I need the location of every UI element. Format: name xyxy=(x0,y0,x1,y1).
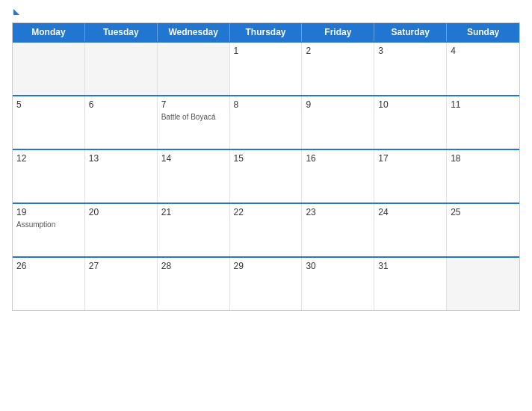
cal-cell: 21 xyxy=(158,204,230,256)
cal-cell xyxy=(158,43,230,95)
cal-cell: 28 xyxy=(158,258,230,310)
cal-cell: 30 xyxy=(302,258,374,310)
cal-cell: 14 xyxy=(158,150,230,203)
day-number: 6 xyxy=(89,99,153,110)
day-number: 3 xyxy=(378,46,442,56)
week-row-3: 12131415161718 xyxy=(13,149,519,203)
day-number: 23 xyxy=(306,207,370,217)
cal-cell: 9 xyxy=(302,96,374,149)
cal-cell: 16 xyxy=(302,150,374,203)
header-day-tuesday: Tuesday xyxy=(85,23,158,41)
holiday-label: Assumption xyxy=(16,220,55,229)
cal-cell xyxy=(85,43,158,95)
cal-cell: 20 xyxy=(85,204,158,256)
day-number: 10 xyxy=(378,99,442,110)
day-number: 17 xyxy=(378,153,442,164)
cal-cell: 19Assumption xyxy=(13,204,85,256)
cal-cell: 4 xyxy=(447,43,519,95)
day-number: 26 xyxy=(16,261,81,271)
cal-cell: 7Battle of Boyacá xyxy=(158,96,230,149)
header-day-sunday: Sunday xyxy=(447,23,519,41)
day-number: 19 xyxy=(16,207,81,217)
cal-cell: 10 xyxy=(374,96,447,149)
day-number: 13 xyxy=(89,153,153,164)
day-number: 18 xyxy=(451,153,516,164)
cal-cell: 18 xyxy=(447,150,519,203)
cal-cell: 29 xyxy=(230,258,303,310)
day-number: 22 xyxy=(234,207,298,217)
day-number: 20 xyxy=(89,207,153,217)
day-number: 16 xyxy=(306,153,370,164)
cal-cell: 15 xyxy=(230,150,303,203)
day-number: 15 xyxy=(234,153,298,164)
cal-cell xyxy=(13,43,85,95)
week-row-1: 1234 xyxy=(13,41,519,95)
day-number: 27 xyxy=(89,261,153,271)
cal-cell: 22 xyxy=(230,204,303,256)
week-row-2: 567Battle of Boyacá891011 xyxy=(13,95,519,149)
holiday-label: Battle of Boyacá xyxy=(161,113,216,121)
cal-cell: 6 xyxy=(85,96,158,149)
day-number: 30 xyxy=(306,261,370,271)
day-number: 28 xyxy=(161,261,226,271)
calendar-page: MondayTuesdayWednesdayThursdayFridaySatu… xyxy=(0,0,532,411)
day-number: 29 xyxy=(234,261,298,271)
header-day-monday: Monday xyxy=(13,23,85,41)
cal-cell: 26 xyxy=(13,258,85,310)
cal-cell xyxy=(447,258,519,310)
cal-cell: 5 xyxy=(13,96,85,149)
day-number: 9 xyxy=(306,99,370,110)
day-number: 21 xyxy=(161,207,226,217)
cal-cell: 3 xyxy=(374,43,447,95)
header-day-thursday: Thursday xyxy=(230,23,303,41)
day-number: 31 xyxy=(378,261,442,271)
day-number: 7 xyxy=(161,99,226,110)
cal-cell: 2 xyxy=(302,43,374,95)
cal-cell: 31 xyxy=(374,258,447,310)
cal-cell: 27 xyxy=(85,258,158,310)
cal-cell: 23 xyxy=(302,204,374,256)
day-number: 12 xyxy=(16,153,81,164)
cal-cell: 25 xyxy=(447,204,519,256)
day-number: 14 xyxy=(161,153,226,164)
cal-cell: 13 xyxy=(85,150,158,203)
logo xyxy=(12,9,19,15)
calendar-grid: MondayTuesdayWednesdayThursdayFridaySatu… xyxy=(12,22,520,311)
calendar-header-row: MondayTuesdayWednesdayThursdayFridaySatu… xyxy=(13,23,519,41)
cal-cell: 17 xyxy=(374,150,447,203)
cal-cell: 24 xyxy=(374,204,447,256)
day-number: 5 xyxy=(16,99,81,110)
header-day-saturday: Saturday xyxy=(374,23,447,41)
day-number: 2 xyxy=(306,46,370,56)
week-row-5: 262728293031 xyxy=(13,256,519,310)
logo-triangle-icon xyxy=(13,9,19,15)
day-number: 1 xyxy=(234,46,298,56)
cal-cell: 1 xyxy=(230,43,303,95)
page-header xyxy=(12,9,520,15)
day-number: 4 xyxy=(451,46,516,56)
day-number: 11 xyxy=(451,99,516,110)
cal-cell: 12 xyxy=(13,150,85,203)
day-number: 25 xyxy=(451,207,516,217)
day-number: 8 xyxy=(234,99,298,110)
day-number: 24 xyxy=(378,207,442,217)
week-row-4: 19Assumption202122232425 xyxy=(13,203,519,256)
header-day-friday: Friday xyxy=(302,23,374,41)
header-day-wednesday: Wednesday xyxy=(158,23,230,41)
cal-cell: 8 xyxy=(230,96,303,149)
cal-cell: 11 xyxy=(447,96,519,149)
